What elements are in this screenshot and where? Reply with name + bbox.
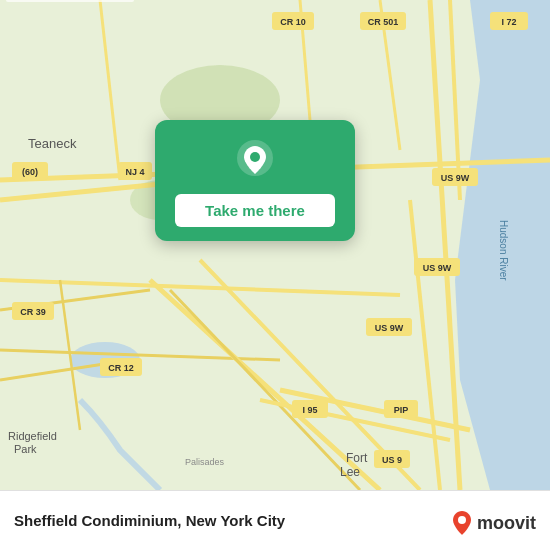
svg-point-59 <box>458 516 466 524</box>
svg-point-58 <box>250 152 260 162</box>
moovit-logo: moovit <box>451 510 536 536</box>
bottom-bar: Sheffield Condiminium, New York City moo… <box>0 490 550 550</box>
moovit-pin-icon <box>451 510 473 536</box>
svg-text:CR 501: CR 501 <box>368 17 399 27</box>
svg-text:Fort: Fort <box>346 451 368 465</box>
navigation-popup: Take me there <box>155 120 355 241</box>
location-pin-icon <box>233 138 277 182</box>
map-background: CR 10 CR 501 I 72 NJ 4 (60) US 9W US 9W … <box>0 0 550 490</box>
svg-text:US 9W: US 9W <box>441 173 470 183</box>
copyright-text: © OpenStreetMap contributors <box>6 0 134 2</box>
svg-text:CR 10: CR 10 <box>280 17 306 27</box>
svg-text:CR 12: CR 12 <box>108 363 134 373</box>
location-name: Sheffield Condiminium, New York City <box>14 512 285 529</box>
svg-text:Palisades: Palisades <box>185 457 225 467</box>
svg-text:US 9: US 9 <box>382 455 402 465</box>
svg-text:Teaneck: Teaneck <box>28 136 77 151</box>
svg-text:Hudson River: Hudson River <box>498 220 509 281</box>
svg-text:I 95: I 95 <box>302 405 317 415</box>
svg-text:CR 39: CR 39 <box>20 307 46 317</box>
svg-text:NJ 4: NJ 4 <box>125 167 144 177</box>
svg-text:I 72: I 72 <box>501 17 516 27</box>
map-container: CR 10 CR 501 I 72 NJ 4 (60) US 9W US 9W … <box>0 0 550 490</box>
svg-text:PIP: PIP <box>394 405 409 415</box>
svg-text:Ridgefield: Ridgefield <box>8 430 57 442</box>
svg-text:Lee: Lee <box>340 465 360 479</box>
svg-text:Park: Park <box>14 443 37 455</box>
svg-text:US 9W: US 9W <box>423 263 452 273</box>
svg-text:(60): (60) <box>22 167 38 177</box>
moovit-brand-text: moovit <box>477 513 536 534</box>
take-me-there-button[interactable]: Take me there <box>175 194 335 227</box>
svg-text:US 9W: US 9W <box>375 323 404 333</box>
